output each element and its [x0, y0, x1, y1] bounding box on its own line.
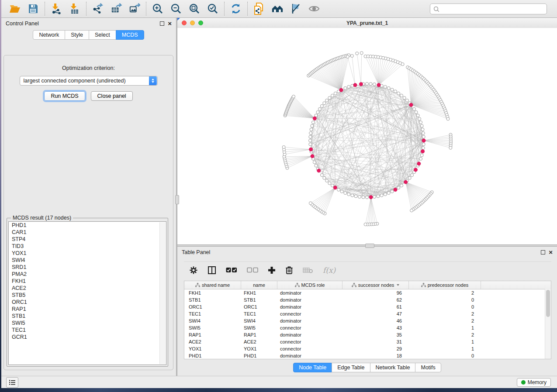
- memory-button[interactable]: Memory: [517, 378, 551, 387]
- delete-table-icon[interactable]: [303, 267, 313, 274]
- table-row[interactable]: SWI5SWI5connector431: [184, 324, 551, 331]
- column-label: predecessor nodes: [428, 282, 469, 288]
- table-row[interactable]: ACE2ACE2connector311: [184, 338, 551, 345]
- mcds-result-item[interactable]: ACE2: [9, 285, 166, 292]
- mcds-result-item[interactable]: TEC1: [9, 327, 166, 334]
- mcds-result-item[interactable]: STB1: [9, 313, 166, 320]
- export-group: [86, 3, 146, 14]
- node-table-body: FKH1FKH1dominator962STB1STB1dominator620…: [184, 289, 551, 359]
- create-column-icon[interactable]: [208, 266, 216, 275]
- attribute-type-icon: [195, 283, 200, 287]
- tab-node-table[interactable]: Node Table: [293, 363, 332, 372]
- table-row[interactable]: PHD1PHD1dominator180: [184, 352, 551, 359]
- table-scrollbar-thumb[interactable]: [546, 290, 550, 317]
- export-network-icon[interactable]: [92, 3, 104, 14]
- tab-network[interactable]: Network: [33, 30, 65, 40]
- close-table-panel-icon[interactable]: ×: [549, 250, 553, 254]
- export-image-icon[interactable]: [129, 3, 140, 14]
- flag-icon[interactable]: [290, 3, 301, 14]
- float-panel-icon[interactable]: [160, 21, 164, 26]
- table-cell: connector: [277, 325, 343, 330]
- zoom-fit-icon[interactable]: [189, 3, 200, 14]
- tab-network-table[interactable]: Network Table: [370, 363, 416, 372]
- close-window-icon[interactable]: [182, 21, 187, 25]
- table-row[interactable]: TEC1TEC1connector472: [184, 310, 551, 317]
- import-table-icon[interactable]: [69, 3, 80, 14]
- mcds-result-item[interactable]: SWI4: [9, 257, 166, 264]
- export-table-icon[interactable]: [111, 3, 122, 14]
- mcds-result-item[interactable]: SRD1: [9, 264, 166, 271]
- column-header-name[interactable]: name: [241, 281, 277, 289]
- column-header-predecessor-nodes[interactable]: predecessor nodes: [409, 281, 481, 289]
- optimization-criterion-select[interactable]: largest connected component (undirected): [20, 76, 158, 86]
- table-scrollbar[interactable]: [545, 289, 551, 359]
- function-builder-icon[interactable]: f(x): [323, 266, 336, 275]
- import-network-icon[interactable]: [51, 3, 62, 14]
- zoom-selected-icon[interactable]: [207, 3, 218, 14]
- table-cell: FKH1: [241, 290, 277, 296]
- table-row[interactable]: RAP1RAP1dominator352: [184, 331, 551, 338]
- close-panel-button[interactable]: Close panel: [91, 91, 133, 101]
- search-input[interactable]: [442, 6, 543, 13]
- search-icon: [433, 6, 439, 12]
- mcds-result-item[interactable]: TID3: [9, 243, 166, 250]
- column-header-shared-name[interactable]: shared name: [184, 281, 241, 289]
- mcds-list-scrollbar[interactable]: [159, 222, 166, 364]
- task-history-icon[interactable]: [6, 377, 18, 388]
- add-row-icon[interactable]: [268, 266, 276, 274]
- column-header-MCDS-role[interactable]: MCDS role: [277, 281, 343, 289]
- deselect-all-icon[interactable]: [247, 267, 258, 273]
- table-cell: connector: [277, 311, 343, 316]
- tab-mcds[interactable]: MCDS: [116, 30, 144, 40]
- save-session-icon[interactable]: [28, 3, 39, 14]
- float-table-panel-icon[interactable]: [541, 250, 545, 254]
- network-from-selection-icon[interactable]: [253, 3, 265, 14]
- zoom-in-icon[interactable]: [152, 3, 163, 14]
- zoom-out-icon[interactable]: [170, 3, 182, 14]
- run-mcds-button[interactable]: Run MCDS: [44, 91, 85, 101]
- table-cell: SWI4: [241, 318, 277, 323]
- tab-edge-table[interactable]: Edge Table: [332, 363, 370, 372]
- home-icon[interactable]: [272, 3, 283, 14]
- table-row[interactable]: YOX1YOX1connector291: [184, 345, 551, 352]
- open-file-icon[interactable]: [9, 3, 21, 14]
- table-cell: 96: [343, 290, 409, 296]
- close-panel-icon[interactable]: ×: [168, 21, 172, 26]
- select-all-icon[interactable]: [226, 267, 237, 273]
- vertical-splitter-handle[interactable]: [175, 195, 179, 204]
- tab-motifs[interactable]: Motifs: [415, 363, 441, 372]
- eye-icon[interactable]: [308, 3, 320, 14]
- mcds-result-item[interactable]: STB5: [9, 292, 166, 299]
- mcds-result-item[interactable]: CAR1: [9, 229, 166, 236]
- network-graph[interactable]: [177, 28, 557, 244]
- column-label: name: [253, 282, 265, 288]
- table-row[interactable]: SWI4SWI4dominator462: [184, 317, 551, 324]
- table-row[interactable]: FKH1FKH1dominator962: [184, 289, 551, 296]
- delete-row-icon[interactable]: [285, 266, 293, 275]
- mcds-result-item[interactable]: SWI5: [9, 320, 166, 327]
- table-cell: 18: [343, 353, 409, 358]
- table-row[interactable]: STB1STB1dominator620: [184, 296, 551, 303]
- column-header-successor-nodes[interactable]: successor nodes: [343, 281, 409, 289]
- mcds-result-item[interactable]: STP4: [9, 236, 166, 243]
- refresh-layout-icon[interactable]: [230, 3, 242, 14]
- mcds-result-item[interactable]: PMA2: [9, 271, 166, 278]
- maximize-window-icon[interactable]: [198, 21, 203, 25]
- table-cell: 1: [409, 325, 481, 330]
- mcds-result-item[interactable]: RAP1: [9, 306, 166, 313]
- mcds-result-item[interactable]: FKH1: [9, 278, 166, 285]
- search-box[interactable]: [430, 3, 547, 14]
- tab-style[interactable]: Style: [65, 30, 89, 40]
- table-cell: YOX1: [184, 346, 241, 351]
- tab-select[interactable]: Select: [89, 30, 116, 40]
- main-toolbar: [0, 0, 557, 18]
- mcds-result-item[interactable]: ORC1: [9, 299, 166, 306]
- horizontal-splitter-handle[interactable]: [365, 244, 374, 248]
- column-settings-icon[interactable]: [189, 266, 198, 275]
- mcds-result-item[interactable]: GCR1: [9, 334, 166, 340]
- network-view[interactable]: [177, 28, 557, 244]
- mcds-result-item[interactable]: PHD1: [9, 222, 166, 229]
- mcds-result-item[interactable]: YOX1: [9, 250, 166, 257]
- minimize-window-icon[interactable]: [190, 21, 195, 25]
- table-row[interactable]: ORC1ORC1dominator610: [184, 303, 551, 310]
